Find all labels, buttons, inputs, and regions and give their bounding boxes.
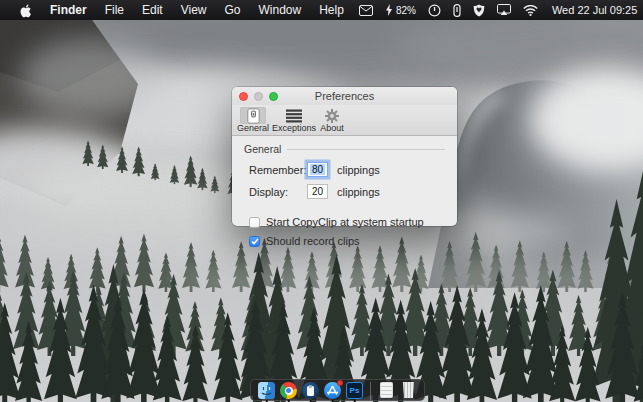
tab-general[interactable]: General [237, 107, 269, 133]
clip-icon[interactable] [447, 0, 467, 20]
window-title: Preferences [315, 90, 374, 102]
remember-row: Remember: 80 clippings [244, 162, 445, 177]
dock-documents-icon[interactable] [378, 382, 395, 399]
dock-copyclip-icon[interactable] [302, 382, 319, 399]
menu-clock[interactable]: Wed 22 Jul 09:25 [544, 4, 643, 16]
mail-icon[interactable] [353, 0, 379, 20]
remember-value: 80 [310, 164, 325, 175]
tab-about[interactable]: About [319, 107, 345, 133]
remember-label: Remember: [249, 164, 307, 176]
menu-bar-status: 82% Wed 22 Jul 09:25 [353, 0, 643, 20]
remember-input[interactable]: 80 [307, 162, 328, 177]
record-checkbox-label: Should record clips [266, 235, 360, 247]
exceptions-list-icon [281, 107, 307, 124]
startup-checkbox-label: Start CopyClip at system startup [266, 216, 424, 228]
traffic-lights [239, 87, 278, 105]
close-button[interactable] [239, 92, 248, 101]
section-divider [287, 149, 445, 150]
wifi-icon[interactable] [517, 0, 544, 20]
menu-window[interactable]: Window [250, 0, 311, 20]
dock-appstore-icon[interactable] [324, 382, 341, 399]
record-check-row: Should record clips [249, 235, 445, 247]
battery-percent: 82% [396, 5, 416, 16]
security-shield-icon[interactable] [467, 0, 491, 20]
general-clip-icon [240, 107, 266, 124]
menu-go[interactable]: Go [216, 0, 250, 20]
airplay-display-icon[interactable] [491, 0, 517, 20]
display-input[interactable]: 20 [307, 184, 328, 199]
menu-bar-left: Finder File Edit View Go Window Help [0, 0, 353, 20]
appstore-badge [337, 380, 343, 386]
window-titlebar[interactable]: Preferences [232, 87, 457, 105]
dock-trash-icon[interactable] [400, 382, 417, 399]
section-title: General [244, 143, 281, 155]
tab-exceptions[interactable]: Exceptions [272, 107, 316, 133]
dock-separator [370, 382, 371, 400]
menu-help[interactable]: Help [310, 0, 353, 20]
startup-check-row: Start CopyClip at system startup [249, 216, 445, 228]
tab-exceptions-label: Exceptions [272, 124, 316, 133]
display-value: 20 [312, 186, 323, 197]
tab-about-label: About [320, 124, 344, 133]
tab-general-label: General [237, 124, 269, 133]
menu-edit[interactable]: Edit [133, 0, 172, 20]
remember-unit: clippings [337, 164, 380, 176]
menu-file[interactable]: File [96, 0, 133, 20]
menu-view[interactable]: View [172, 0, 216, 20]
dock-chrome-icon[interactable] [280, 382, 297, 399]
display-unit: clippings [337, 186, 380, 198]
display-label: Display: [249, 186, 307, 198]
preferences-window: Preferences General Exceptions About Gen… [232, 87, 457, 226]
startup-checkbox[interactable] [249, 217, 260, 228]
dock-photoshop-icon[interactable]: Ps [346, 382, 363, 399]
timer-icon[interactable] [422, 0, 447, 20]
about-gear-icon [319, 107, 345, 124]
dock-finder-icon[interactable] [258, 382, 275, 399]
minimize-button-disabled [254, 92, 263, 101]
menu-bar: Finder File Edit View Go Window Help 82% [0, 0, 643, 20]
preferences-toolbar: General Exceptions About [232, 105, 457, 136]
preferences-content: General Remember: 80 clippings Display: … [232, 136, 457, 247]
menu-app-name[interactable]: Finder [41, 0, 96, 20]
photoshop-ps-label: Ps [350, 387, 360, 395]
dock: Ps [250, 379, 425, 401]
display-row: Display: 20 clippings [244, 184, 445, 199]
apple-menu-icon[interactable] [10, 0, 41, 20]
battery-charging-icon[interactable]: 82% [379, 0, 422, 20]
record-checkbox[interactable] [249, 236, 260, 247]
zoom-button[interactable] [269, 92, 278, 101]
